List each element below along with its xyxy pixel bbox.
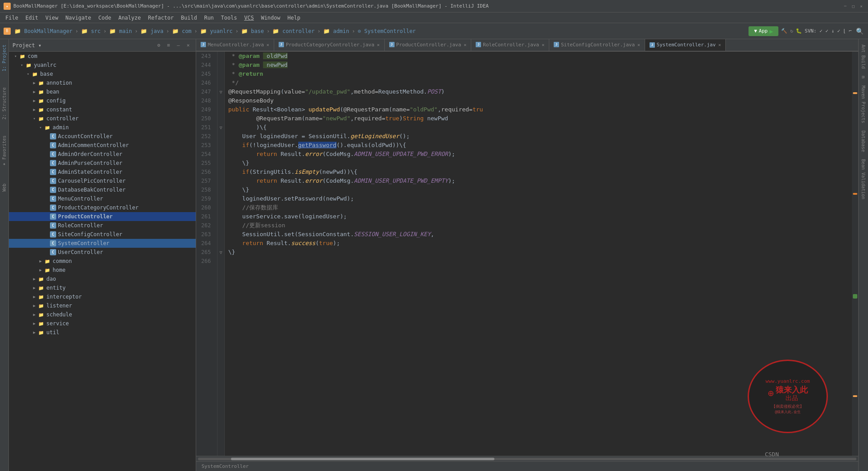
close-button[interactable]: ✕ — [858, 3, 864, 9]
breadcrumb-item[interactable]: 📁 BookMallManager — [12, 27, 74, 35]
expand-arrow[interactable]: ▶ — [31, 312, 37, 317]
tree-item-product-category[interactable]: C ProductCategoryController — [9, 203, 196, 212]
menu-window[interactable]: Window — [257, 14, 284, 22]
menu-tools[interactable]: Tools — [218, 14, 241, 22]
breadcrumb-item[interactable]: 📁 base — [239, 27, 266, 35]
menu-file[interactable]: File — [2, 14, 22, 22]
tree-item-entity[interactable]: ▶ 📁 entity — [9, 283, 196, 292]
tree-item-dao[interactable]: ▶ 📁 dao — [9, 274, 196, 283]
menu-edit[interactable]: Edit — [22, 14, 42, 22]
tab-close-btn[interactable]: ✕ — [267, 42, 269, 47]
expand-arrow[interactable]: ▶ — [31, 90, 37, 94]
breadcrumb-item[interactable]: 📁 java — [139, 27, 165, 35]
scrollbar-track[interactable] — [198, 458, 856, 460]
web-panel-btn[interactable]: Web — [1, 180, 8, 195]
menu-view[interactable]: View — [42, 14, 62, 22]
expand-arrow[interactable]: ▶ — [31, 107, 37, 112]
breadcrumb-item[interactable]: 📁 main — [107, 27, 134, 35]
tab-close-btn[interactable]: ✕ — [464, 42, 466, 47]
expand-arrow[interactable]: ▶ — [31, 303, 37, 308]
collapse-button[interactable]: — — [174, 41, 182, 49]
expand-arrow[interactable]: ▶ — [31, 286, 37, 290]
ant-build-btn[interactable]: Ant Build — [860, 41, 867, 72]
maven-projects-btn[interactable]: Maven Projects — [860, 82, 867, 127]
tree-item-carousel[interactable]: C CarouselPicController — [9, 176, 196, 185]
tree-item-util[interactable]: ▶ 📁 util — [9, 328, 196, 337]
breadcrumb-item[interactable]: 📁 yuanlrc — [198, 27, 234, 35]
maximize-button[interactable]: □ — [850, 3, 856, 9]
tree-item-com[interactable]: ▾ 📁 com — [9, 52, 196, 61]
debug-icon[interactable]: 🐛 — [796, 28, 802, 34]
expand-arrow[interactable]: ▶ — [31, 321, 37, 326]
minimize-button[interactable]: ─ — [842, 3, 848, 9]
menu-code[interactable]: Code — [95, 14, 115, 22]
menu-run[interactable]: Run — [201, 14, 218, 22]
run-app-button[interactable]: ▼ App ▶ — [749, 26, 778, 36]
menu-help[interactable]: Help — [284, 14, 304, 22]
breadcrumb-item[interactable]: 📁 admin — [321, 27, 351, 35]
favorites-panel-btn[interactable]: ★ Favorites — [1, 132, 8, 171]
menu-vcs[interactable]: VCS — [241, 14, 258, 22]
project-tree[interactable]: ▾ 📁 com ▾ 📁 yuanlrc ▾ 📁 base ▶ — [9, 52, 196, 471]
expand-arrow[interactable]: ▾ — [37, 125, 44, 130]
tab-system-controller[interactable]: J SystemController.jav ✕ — [645, 39, 726, 51]
update-icon[interactable]: ↻ — [790, 28, 793, 34]
breadcrumb-item[interactable]: 📁 controller — [271, 27, 316, 35]
tree-item-annotion[interactable]: ▶ 📁 annotion — [9, 78, 196, 87]
tree-item-yuanlrc[interactable]: ▾ 📁 yuanlrc — [9, 61, 196, 70]
expand-arrow[interactable]: ▶ — [31, 98, 37, 103]
settings-button[interactable]: ≡ — [165, 41, 173, 49]
expand-arrow[interactable]: ▾ — [31, 116, 37, 121]
project-panel-btn[interactable]: 1: Project — [1, 41, 8, 75]
tree-item-base[interactable]: ▾ 📁 base — [9, 70, 196, 78]
menu-build[interactable]: Build — [177, 14, 201, 22]
scrollbar-thumb[interactable] — [231, 458, 494, 460]
menu-analyze[interactable]: Analyze — [115, 14, 144, 22]
close-sidebar-button[interactable]: ✕ — [184, 41, 192, 49]
tree-item-admin-purse[interactable]: C AdminPurseController — [9, 159, 196, 168]
tree-item-controller[interactable]: ▾ 📁 controller — [9, 114, 196, 123]
tree-item-home[interactable]: ▶ 📁 home — [9, 266, 196, 274]
expand-arrow[interactable]: ▶ — [37, 268, 44, 272]
tree-item-menu-controller[interactable]: C MenuController — [9, 194, 196, 203]
expand-arrow[interactable]: ▶ — [31, 330, 37, 335]
breadcrumb-item[interactable]: ⊙ SystemController — [356, 27, 418, 35]
tree-item-config[interactable]: ▶ 📁 config — [9, 96, 196, 105]
structure-panel-btn[interactable]: 2: Structure — [1, 84, 8, 123]
tree-item-listener[interactable]: ▶ 📁 listener — [9, 301, 196, 310]
tab-product-controller[interactable]: J ProductController.java ✕ — [385, 39, 472, 51]
expand-arrow[interactable]: ▶ — [31, 295, 37, 299]
maven-btn[interactable]: m — [860, 72, 867, 82]
breadcrumb-item[interactable]: 📁 src — [79, 27, 103, 35]
tree-item-admin-order[interactable]: C AdminOrderController — [9, 150, 196, 159]
menu-navigate[interactable]: Navigate — [62, 14, 95, 22]
tree-item-admin-comment[interactable]: C AdminCommentController — [9, 141, 196, 150]
collapse-icon-265[interactable]: ▽ — [218, 248, 224, 257]
tab-close-btn[interactable]: ✕ — [638, 42, 640, 47]
tree-item-account-controller[interactable]: C AccountController — [9, 132, 196, 141]
expand-arrow[interactable]: ▶ — [31, 81, 37, 85]
tree-item-admin-state[interactable]: C AdminStateController — [9, 168, 196, 176]
expand-arrow[interactable]: ▾ — [25, 72, 31, 76]
tab-close-btn[interactable]: ✕ — [377, 42, 380, 47]
tree-item-role-controller[interactable]: C RoleController — [9, 221, 196, 230]
expand-arrow[interactable]: ▾ — [12, 54, 19, 58]
tree-item-system-controller[interactable]: C SystemController — [9, 239, 196, 248]
build-icon[interactable]: 🔨 — [781, 28, 787, 34]
tab-product-category[interactable]: J ProductCategoryController.java ✕ — [274, 39, 385, 51]
bean-validation-btn[interactable]: Bean Validation — [860, 156, 867, 203]
tab-close-btn[interactable]: ✕ — [718, 42, 721, 47]
tree-item-bean[interactable]: ▶ 📁 bean — [9, 87, 196, 96]
breadcrumb-item[interactable]: 📁 com — [170, 27, 193, 35]
database-btn[interactable]: Database — [860, 127, 867, 156]
tab-role-controller[interactable]: J RoleController.java ✕ — [471, 39, 549, 51]
tree-item-constant[interactable]: ▶ 📁 constant — [9, 105, 196, 114]
tree-item-interceptor[interactable]: ▶ 📁 interceptor — [9, 292, 196, 301]
search-button[interactable]: 🔍 — [855, 26, 864, 36]
tree-item-admin[interactable]: ▾ 📁 admin — [9, 123, 196, 132]
expand-arrow[interactable]: ▶ — [31, 277, 37, 281]
menu-refactor[interactable]: Refactor — [144, 14, 177, 22]
horizontal-scrollbar[interactable] — [196, 456, 858, 461]
tree-item-site-config[interactable]: C SiteConfigController — [9, 230, 196, 239]
tree-item-service[interactable]: ▶ 📁 service — [9, 319, 196, 328]
